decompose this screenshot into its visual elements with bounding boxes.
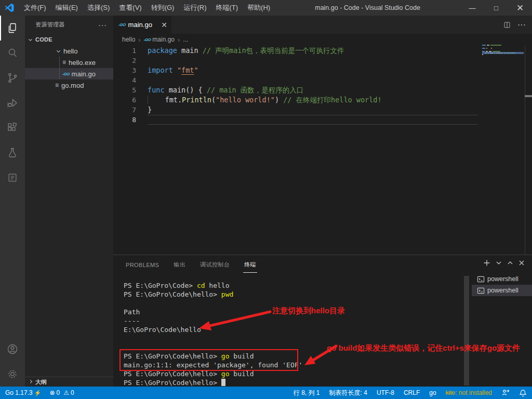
bell-icon[interactable] <box>519 389 527 397</box>
section-header-code[interactable]: CODE <box>25 34 113 45</box>
menu-item[interactable]: 文件(F) <box>19 0 51 16</box>
breadcrumb-symbol[interactable]: ... <box>183 36 188 43</box>
more-actions-icon[interactable]: ··· <box>517 20 526 30</box>
terminal-line: PS E:\GoPro\Code> cd hello <box>124 281 302 290</box>
notebook-icon[interactable] <box>0 165 25 190</box>
terminal-line: Path <box>124 308 302 316</box>
maximize-icon[interactable]: □ <box>484 0 508 16</box>
feedback-icon[interactable] <box>501 389 510 397</box>
code-line[interactable]: 4 <box>113 75 532 85</box>
window-title: main.go - Code - Visual Studio Code <box>275 4 460 11</box>
powershell-terminal-icon <box>477 287 485 295</box>
terminal-scrollbar[interactable] <box>464 276 469 385</box>
menu-item[interactable]: 帮助(H) <box>243 0 275 16</box>
panel-tab-终端[interactable]: 终端 <box>243 256 257 273</box>
tree-item-go.mod[interactable]: ≡go.mod <box>25 79 113 91</box>
chevron-down-icon <box>29 37 32 41</box>
go-version-status[interactable]: Go 1.17.3 ⚡ <box>5 389 41 396</box>
minimap-line <box>482 56 524 57</box>
go-file-icon: -GO <box>62 72 70 76</box>
file-icon: ≡ <box>55 82 59 89</box>
panel-tab-PROBLEMS[interactable]: PROBLEMS <box>125 257 160 272</box>
terminal-line <box>124 343 302 352</box>
cursor-position[interactable]: 行 8, 列 1 <box>294 389 320 397</box>
terminal-list-label: powershell <box>487 275 518 283</box>
minimap[interactable] <box>482 45 524 57</box>
tab-main-go[interactable]: -GO main.go ✕ <box>113 16 171 34</box>
outline-section[interactable]: 大纲 <box>25 377 113 387</box>
menu-item[interactable]: 转到(G) <box>147 0 179 16</box>
menu-item[interactable]: 查看(V) <box>114 0 146 16</box>
minimize-icon[interactable]: — <box>460 0 484 16</box>
kite-status[interactable]: kite : not installed <box>446 389 492 396</box>
code-line[interactable]: 3import "fmt" <box>113 65 532 75</box>
panel-tab-调试控制台[interactable]: 调试控制台 <box>199 256 231 272</box>
tree-item-main.go[interactable]: -GOmain.go <box>25 68 113 79</box>
chevron-right-icon: › <box>178 36 180 44</box>
explorer-icon[interactable] <box>0 16 25 41</box>
breadcrumb[interactable]: hello › -GO main.go › ... <box>113 34 532 45</box>
terminal-line: E:\GoPro\Code\hello <box>124 325 302 334</box>
terminal-line: main.go:1:1: expected 'package', found '… <box>124 361 302 369</box>
account-icon[interactable] <box>0 337 25 362</box>
panel-tab-输出[interactable]: 输出 <box>172 256 187 272</box>
menu-item[interactable]: 选择(S) <box>83 0 114 16</box>
go-file-icon: -GO <box>118 22 126 27</box>
code-line[interactable]: 2 <box>113 56 532 65</box>
minimap-line <box>482 45 524 46</box>
code-line[interactable]: 8 <box>113 115 532 125</box>
line-number: 4 <box>113 75 136 85</box>
line-number: 3 <box>113 65 136 75</box>
minimap-line <box>482 48 524 49</box>
new-terminal-icon[interactable] <box>483 259 490 267</box>
source-control-icon[interactable] <box>0 65 25 90</box>
run-debug-icon[interactable] <box>0 90 25 115</box>
close-icon[interactable]: ✕ <box>508 0 532 16</box>
breadcrumb-file[interactable]: main.go <box>152 36 175 43</box>
terminal-output[interactable]: PS E:\GoPro\Code> cd helloPS E:\GoPro\Co… <box>124 281 302 387</box>
code-line[interactable]: 5func main() { // main 函数，是程序的入口 <box>113 85 532 95</box>
title-bar: 文件(F)编辑(E)选择(S)查看(V)转到(G)运行(R)终端(T)帮助(H)… <box>0 0 532 16</box>
outline-label: 大纲 <box>35 378 47 386</box>
testing-icon[interactable] <box>0 140 25 165</box>
code-line[interactable]: 7} <box>113 105 532 115</box>
go-file-icon: -GO <box>144 37 151 42</box>
window-controls: — □ ✕ <box>460 0 532 16</box>
indentation[interactable]: 制表符长度: 4 <box>329 389 367 397</box>
search-icon[interactable] <box>0 41 25 65</box>
settings-gear-icon[interactable] <box>0 362 25 387</box>
eol[interactable]: CRLF <box>404 389 420 396</box>
panel-actions <box>478 259 525 267</box>
terminal-line <box>124 299 302 308</box>
extensions-icon[interactable] <box>0 115 25 140</box>
menu-bar: 文件(F)编辑(E)选择(S)查看(V)转到(G)运行(R)终端(T)帮助(H) <box>19 0 275 16</box>
encoding[interactable]: UTF-8 <box>377 389 394 396</box>
code-line[interactable]: 6 fmt.Println("hello world!") // 在终端打印he… <box>113 95 532 105</box>
section-label: CODE <box>35 36 52 43</box>
more-actions-icon[interactable]: ··· <box>98 21 107 29</box>
terminal-list-item[interactable]: powershell <box>472 285 532 296</box>
explorer-sidebar: 资源管理器 ··· CODE hello≡hello.exe-GOmain.go… <box>25 16 113 387</box>
breadcrumb-folder[interactable]: hello <box>122 36 135 43</box>
split-editor-icon[interactable] <box>503 21 511 29</box>
chevron-right-icon: › <box>138 36 140 44</box>
menu-item[interactable]: 运行(R) <box>179 0 211 16</box>
problems-status[interactable]: ⊗ 0 ⚠ 0 <box>49 389 74 396</box>
tree-item-hello[interactable]: hello <box>25 45 113 57</box>
menu-item[interactable]: 编辑(E) <box>51 0 83 16</box>
code-editor[interactable]: 1package main // 声明main包，表明当前是一个可执行文件23i… <box>113 46 532 125</box>
terminal-list-item[interactable]: powershell <box>472 273 532 285</box>
powershell-terminal-icon <box>477 275 485 283</box>
maximize-panel-icon[interactable] <box>507 260 513 266</box>
terminal-cursor <box>221 379 225 386</box>
language-mode[interactable]: go <box>429 389 436 396</box>
terminal-list: powershellpowershell <box>472 273 532 296</box>
chevron-down-icon[interactable] <box>496 260 502 266</box>
error-count: 0 <box>57 389 60 396</box>
tab-close-icon[interactable]: ✕ <box>161 21 167 29</box>
code-line[interactable]: 1package main // 声明main包，表明当前是一个可执行文件 <box>113 46 532 56</box>
bottom-panel: PROBLEMS输出调试控制台终端 PS E:\GoPro\Code> cd h… <box>113 255 532 387</box>
close-panel-icon[interactable] <box>518 260 525 266</box>
menu-item[interactable]: 终端(T) <box>211 0 243 16</box>
tree-item-hello.exe[interactable]: ≡hello.exe <box>25 57 113 68</box>
